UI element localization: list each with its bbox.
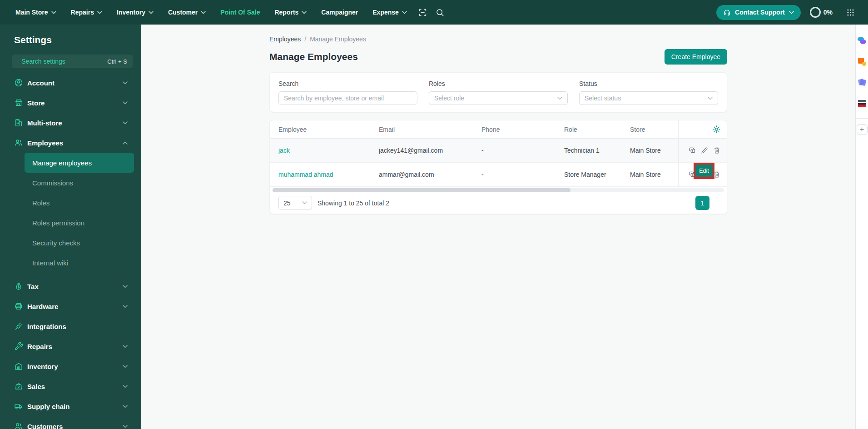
nav-item-customer[interactable]: Customer (161, 0, 213, 25)
sidebar-item-employees[interactable]: Employees (0, 133, 141, 153)
contact-support-button[interactable]: Contact Support (716, 5, 801, 20)
cell-employee-name[interactable]: jack (270, 147, 379, 154)
sidebar-item-label: Multi-store (27, 119, 123, 127)
add-extension-button[interactable]: + (857, 124, 868, 135)
sidebar-item-tax[interactable]: Tax (0, 276, 141, 296)
status-select[interactable]: Select status (579, 91, 718, 105)
sidebar-item-multi-store[interactable]: Multi-store (0, 113, 141, 133)
role-select-placeholder: Select role (434, 95, 464, 102)
scrollbar-thumb[interactable] (273, 188, 570, 192)
current-page-button[interactable]: 1 (695, 196, 709, 210)
delete-trash-icon[interactable] (713, 146, 721, 155)
subitem-label: Roles permission (32, 219, 84, 227)
breadcrumb: Employees / Manage Employees (269, 35, 727, 43)
contact-support-label: Contact Support (735, 9, 785, 16)
page-size-select[interactable]: 25 (278, 196, 312, 210)
annotation-highlight: Edit (694, 163, 714, 179)
plug-icon (14, 322, 23, 331)
sidebar-item-customers[interactable]: Customers (0, 416, 141, 429)
sidebar-item-label: Employees (27, 139, 123, 147)
sidebar-item-label: Supply chain (27, 403, 123, 410)
barcode-scan-icon[interactable] (414, 0, 432, 25)
chevron-down-icon (123, 81, 128, 85)
chevron-down-icon (123, 405, 128, 408)
edit-pencil-icon[interactable] (700, 146, 709, 155)
chevron-down-icon (97, 11, 102, 14)
nav-item-label: Expense (372, 9, 399, 16)
table-header-row: Employee Email Phone Role Store (270, 120, 727, 139)
truck-icon (14, 402, 23, 411)
subitem-label: Security checks (32, 239, 80, 247)
status-filter-label: Status (579, 80, 718, 87)
next-page-icon[interactable] (714, 200, 718, 206)
nav-item-expense[interactable]: Expense (365, 0, 414, 25)
create-employee-button[interactable]: Create Employee (665, 49, 727, 65)
search-icon[interactable] (432, 0, 449, 25)
chevron-up-icon (123, 141, 128, 145)
cell-employee-name[interactable]: muhammad ahmad (270, 171, 379, 178)
sidebar-item-repairs[interactable]: Repairs (0, 336, 141, 356)
sidebar-subitem-roles[interactable]: Roles (0, 193, 141, 213)
duplicate-icon[interactable] (688, 146, 696, 155)
sidebar-item-supply-chain[interactable]: Supply chain (0, 396, 141, 416)
stacked-bars-extension-icon[interactable] (858, 99, 867, 108)
sidebar-subitem-security-checks[interactable]: Security checks (0, 233, 141, 253)
sidebar-item-integrations[interactable]: Integrations (0, 316, 141, 336)
role-select[interactable]: Select role (429, 91, 568, 105)
purple-notes-extension-icon[interactable] (858, 78, 867, 87)
horizontal-scrollbar[interactable] (273, 188, 724, 192)
settings-search-input[interactable] (21, 58, 104, 65)
sidebar-item-store[interactable]: Store (0, 93, 141, 113)
employees-table-card: Employee Email Phone Role Store jack jac… (269, 120, 727, 214)
nav-item-label: Repairs (71, 9, 94, 16)
nav-item-main-store[interactable]: Main Store (8, 0, 64, 25)
chevron-down-icon (789, 11, 794, 14)
nav-item-reports[interactable]: Reports (267, 0, 314, 25)
sidebar-item-inventory[interactable]: Inventory (0, 356, 141, 376)
breadcrumb-employees-link[interactable]: Employees (269, 35, 301, 43)
sidebar-subitem-internal-wiki[interactable]: Internal wiki (0, 253, 141, 273)
orange-square-extension-icon[interactable] (858, 57, 867, 66)
chevron-down-icon (302, 201, 307, 205)
strip-divider (856, 118, 868, 119)
sidebar-item-label: Account (27, 79, 123, 87)
chat-bubbles-extension-icon[interactable] (858, 36, 867, 45)
previous-page-icon[interactable] (687, 200, 691, 206)
sidebar-subitem-roles-permission[interactable]: Roles permission (0, 213, 141, 233)
sidebar-item-sales[interactable]: Sales (0, 376, 141, 396)
cell-store: Main Store (630, 147, 678, 154)
gear-icon[interactable] (712, 125, 721, 134)
row-actions-cell (678, 139, 727, 162)
edit-tooltip-button[interactable]: Edit (695, 165, 713, 177)
wrench-icon (14, 342, 23, 351)
pager-controls: 1 (687, 196, 718, 210)
sidebar-item-label: Repairs (27, 343, 123, 350)
sidebar-item-account[interactable]: Account (0, 73, 141, 93)
employee-search-input[interactable] (278, 91, 417, 105)
employees-icon (14, 138, 23, 147)
sidebar-item-hardware[interactable]: Hardware (0, 296, 141, 316)
nav-item-repairs[interactable]: Repairs (64, 0, 109, 25)
sidebar-item-label: Inventory (27, 363, 123, 370)
chevron-down-icon (123, 425, 128, 428)
table-row: jack jackey141@gmail.com - Technician 1 … (270, 139, 727, 163)
printer-icon (14, 302, 23, 311)
headset-icon (723, 9, 731, 16)
sidebar-nav-list: Account Store Multi-store Employees (0, 73, 141, 153)
apps-grid-icon[interactable] (842, 0, 859, 25)
sidebar-subitem-commissions[interactable]: Commissions (0, 173, 141, 193)
nav-item-point-of-sale[interactable]: Point Of Sale (213, 0, 267, 25)
sidebar-subitem-manage-employees[interactable]: Manage employees (25, 153, 134, 173)
usage-ring-icon (810, 7, 821, 18)
column-header-store: Store (630, 126, 678, 133)
cell-phone: - (481, 171, 564, 178)
chevron-down-icon (123, 285, 128, 288)
store-icon (14, 98, 23, 107)
settings-search-box[interactable]: Ctrl + S (12, 55, 133, 68)
nav-item-inventory[interactable]: Inventory (109, 0, 161, 25)
nav-item-campaigner[interactable]: Campaigner (314, 0, 365, 25)
subitem-label: Internal wiki (32, 259, 68, 267)
usage-indicator[interactable]: 0% (810, 7, 833, 18)
chevron-down-icon (557, 97, 562, 100)
chevron-down-icon (201, 11, 206, 14)
